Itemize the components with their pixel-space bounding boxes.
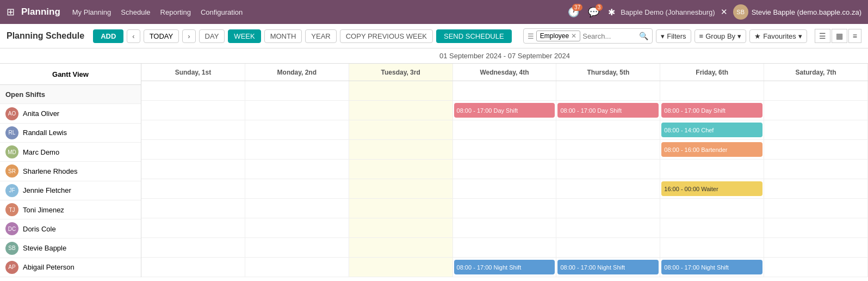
gantt-cell[interactable]: 08:00 - 17:00 Night Shift — [453, 258, 557, 277]
gantt-cell[interactable] — [349, 140, 453, 159]
gantt-cell[interactable]: 08:00 - 17:00 Day Shift — [556, 101, 660, 120]
shift-block[interactable]: 16:00 - 00:00 Waiter — [661, 181, 762, 196]
gantt-cell[interactable] — [453, 81, 557, 100]
gantt-cell[interactable] — [349, 101, 453, 120]
search-icon[interactable]: 🔍 — [639, 32, 648, 40]
gantt-cell[interactable] — [349, 81, 453, 100]
view-month-button[interactable]: MONTH — [264, 29, 302, 43]
gantt-cell[interactable] — [349, 120, 453, 139]
list-item[interactable]: TJ Toni Jimenez — [0, 200, 141, 219]
gantt-cell[interactable] — [245, 218, 349, 237]
search-input[interactable] — [582, 32, 637, 40]
company-selector[interactable]: Bapple Demo (Johannesburg) — [621, 8, 715, 16]
gantt-cell[interactable] — [245, 101, 349, 120]
gantt-cell[interactable] — [764, 140, 868, 159]
gantt-cell[interactable] — [764, 258, 868, 277]
gantt-cell[interactable] — [141, 160, 245, 179]
list-item[interactable]: MD Marc Demo — [0, 143, 141, 162]
send-schedule-button[interactable]: SEND SCHEDULE — [436, 29, 512, 43]
gantt-cell[interactable] — [141, 218, 245, 237]
gantt-cell[interactable]: 08:00 - 17:00 Night Shift — [660, 258, 764, 277]
gantt-cell[interactable] — [556, 140, 660, 159]
list-view-btn[interactable]: ☰ — [815, 29, 830, 43]
gantt-cell[interactable] — [245, 81, 349, 100]
next-button[interactable]: › — [182, 29, 195, 43]
gantt-cell[interactable] — [245, 160, 349, 179]
gantt-cell[interactable] — [764, 179, 868, 198]
list-item[interactable]: SR Sharlene Rhodes — [0, 162, 141, 181]
gantt-cell[interactable] — [245, 199, 349, 218]
filters-button[interactable]: ▾ Filters — [656, 29, 691, 43]
gantt-cell[interactable] — [556, 218, 660, 237]
view-week-button[interactable]: WEEK — [228, 29, 261, 43]
gantt-cell[interactable]: 16:00 - 00:00 Waiter — [660, 179, 764, 198]
shift-block[interactable]: 08:00 - 17:00 Day Shift — [557, 103, 659, 118]
shift-block[interactable]: 08:00 - 17:00 Night Shift — [454, 260, 555, 274]
calendar-view-btn[interactable]: ▦ — [832, 29, 847, 43]
gantt-cell[interactable] — [141, 199, 245, 218]
messages-btn[interactable]: 💬 3 — [588, 7, 599, 18]
list-item[interactable]: RL Randall Lewis — [0, 124, 141, 143]
tag-close-icon[interactable]: ✕ — [571, 32, 576, 40]
nav-schedule[interactable]: Schedule — [121, 8, 150, 16]
view-year-button[interactable]: YEAR — [305, 29, 336, 43]
nav-configuration[interactable]: Configuration — [201, 8, 243, 16]
gantt-cell[interactable] — [453, 140, 557, 159]
list-item[interactable]: JF Jennie Fletcher — [0, 181, 141, 200]
gantt-cell[interactable] — [660, 160, 764, 179]
copy-prev-week-button[interactable]: COPY PREVIOUS WEEK — [340, 29, 433, 43]
favourites-button[interactable]: ★ Favourites ▾ — [749, 29, 807, 43]
gantt-cell[interactable] — [556, 81, 660, 100]
gantt-cell[interactable] — [141, 120, 245, 139]
shift-block[interactable]: 08:00 - 17:00 Day Shift — [661, 103, 762, 118]
gantt-cell[interactable] — [453, 120, 557, 139]
gantt-cell[interactable] — [764, 120, 868, 139]
gantt-cell[interactable] — [453, 160, 557, 179]
gantt-cell[interactable] — [556, 179, 660, 198]
gantt-cell[interactable] — [556, 120, 660, 139]
gantt-cell[interactable] — [349, 199, 453, 218]
shift-block[interactable]: 08:00 - 16:00 Bartender — [661, 142, 762, 157]
grid-icon[interactable]: ⊞ — [7, 6, 15, 18]
user-menu[interactable]: SB Stevie Bapple (demo.bapple.co.za) — [733, 4, 861, 20]
gantt-cell[interactable]: 08:00 - 16:00 Bartender — [660, 140, 764, 159]
list-item[interactable]: SB Stevie Bapple — [0, 239, 141, 258]
gantt-cell[interactable] — [245, 140, 349, 159]
gantt-cell[interactable] — [245, 179, 349, 198]
gantt-cell[interactable] — [453, 179, 557, 198]
settings-icon[interactable]: ✱ — [608, 7, 615, 17]
gantt-cell[interactable]: 08:00 - 17:00 Day Shift — [453, 101, 557, 120]
gantt-cell[interactable] — [349, 218, 453, 237]
gantt-cell[interactable] — [660, 81, 764, 100]
gantt-cell[interactable] — [349, 258, 453, 277]
gantt-view-btn[interactable]: ≡ — [848, 29, 861, 43]
gantt-cell[interactable] — [556, 238, 660, 257]
shift-block[interactable]: 08:00 - 14:00 Chef — [661, 123, 762, 137]
gantt-cell[interactable] — [245, 238, 349, 257]
gantt-cell[interactable] — [764, 101, 868, 120]
nav-my-planning[interactable]: My Planning — [72, 8, 111, 16]
gantt-cell[interactable] — [141, 179, 245, 198]
gantt-cell[interactable] — [764, 81, 868, 100]
gantt-cell[interactable] — [245, 258, 349, 277]
gantt-cell[interactable]: 08:00 - 17:00 Day Shift — [660, 101, 764, 120]
company-close-btn[interactable]: ✕ — [721, 7, 728, 17]
gantt-cell[interactable] — [764, 218, 868, 237]
shift-block[interactable]: 08:00 - 17:00 Night Shift — [557, 260, 659, 274]
gantt-cell[interactable] — [660, 238, 764, 257]
gantt-cell[interactable] — [141, 81, 245, 100]
gantt-cell[interactable] — [764, 160, 868, 179]
prev-button[interactable]: ‹ — [127, 29, 140, 43]
list-item[interactable]: DC Doris Cole — [0, 219, 141, 239]
gantt-cell[interactable] — [245, 120, 349, 139]
gantt-cell[interactable] — [349, 160, 453, 179]
employee-tag[interactable]: Employee ✕ — [536, 30, 580, 41]
today-button[interactable]: TODAY — [144, 29, 179, 43]
gantt-cell[interactable] — [764, 199, 868, 218]
gantt-cell[interactable] — [349, 179, 453, 198]
view-day-button[interactable]: DAY — [199, 29, 225, 43]
gantt-cell[interactable] — [660, 218, 764, 237]
gantt-cell[interactable] — [556, 160, 660, 179]
shift-block[interactable]: 08:00 - 17:00 Night Shift — [661, 260, 762, 274]
gantt-cell[interactable] — [141, 238, 245, 257]
